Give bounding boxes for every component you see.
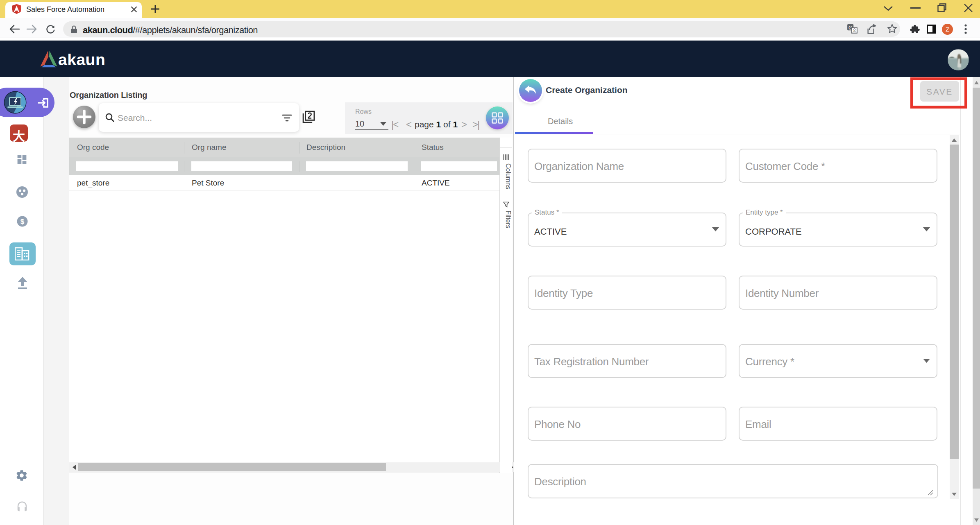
svg-text:$: $ <box>20 218 25 226</box>
svg-text:文: 文 <box>852 27 857 33</box>
